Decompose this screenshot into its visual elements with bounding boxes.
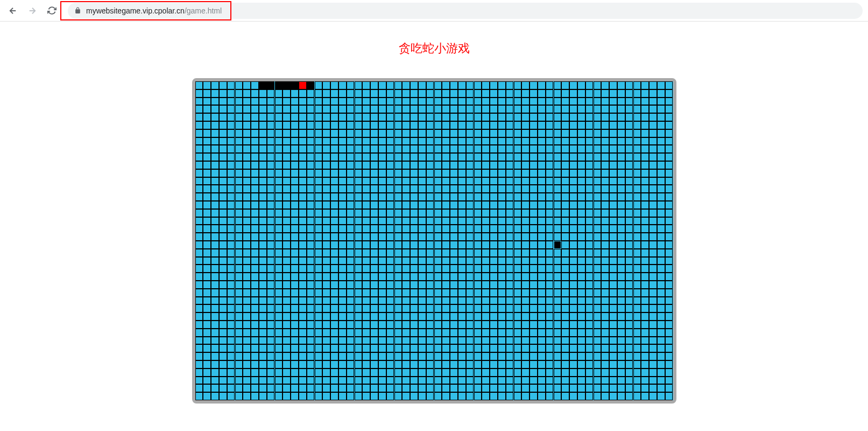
grid-cell	[506, 329, 514, 337]
grid-cell	[649, 337, 657, 345]
grid-cell	[402, 360, 410, 369]
grid-cell	[402, 273, 410, 281]
grid-cell	[227, 89, 235, 98]
grid-cell	[322, 177, 330, 185]
grid-cell	[585, 312, 594, 321]
grid-cell	[203, 185, 211, 193]
grid-cell	[594, 121, 602, 129]
grid-cell	[633, 177, 641, 185]
grid-cell	[362, 89, 370, 98]
grid-cell	[299, 289, 307, 297]
grid-cell	[259, 273, 267, 281]
grid-cell	[482, 329, 490, 337]
grid-cell	[641, 145, 649, 153]
grid-cell	[625, 329, 633, 337]
grid-cell	[490, 241, 498, 249]
grid-cell	[291, 233, 299, 241]
grid-cell	[625, 273, 633, 281]
grid-cell	[291, 377, 299, 385]
grid-cell	[235, 241, 243, 249]
grid-cell	[211, 113, 219, 121]
grid-cell	[538, 321, 546, 329]
grid-cell	[521, 312, 530, 321]
grid-cell	[338, 137, 347, 145]
grid-cell	[195, 384, 203, 392]
grid-cell	[362, 113, 370, 121]
grid-cell	[633, 129, 641, 137]
grid-cell	[386, 201, 394, 209]
forward-button[interactable]	[25, 3, 40, 18]
grid-cell	[338, 384, 347, 392]
grid-cell	[530, 201, 538, 209]
grid-cell	[458, 297, 466, 305]
address-bar[interactable]: mywebsitegame.vip.cpolar.cn/game.html	[68, 3, 863, 19]
grid-cell	[594, 344, 602, 352]
grid-cell	[362, 344, 370, 352]
grid-cell	[625, 121, 633, 129]
grid-cell	[466, 241, 474, 249]
grid-cell	[546, 113, 554, 121]
grid-cell	[386, 217, 394, 225]
grid-cell	[322, 249, 330, 257]
grid-cell	[235, 273, 243, 281]
grid-cell	[458, 312, 466, 321]
grid-cell	[530, 137, 538, 145]
grid-cell	[594, 360, 602, 369]
grid-cell	[625, 384, 633, 392]
grid-cell	[370, 297, 378, 305]
grid-cell	[227, 321, 235, 329]
grid-cell	[609, 129, 617, 137]
grid-cell	[554, 312, 562, 321]
grid-cell	[362, 177, 370, 185]
grid-cell	[506, 145, 514, 153]
back-button[interactable]	[5, 3, 20, 18]
game-board-container	[192, 78, 676, 404]
grid-cell	[617, 201, 625, 209]
grid-cell	[506, 344, 514, 352]
grid-cell	[330, 360, 338, 369]
grid-cell	[227, 281, 235, 289]
grid-cell	[633, 321, 641, 329]
grid-cell	[521, 344, 530, 352]
grid-cell	[275, 257, 283, 265]
grid-cell	[554, 185, 562, 193]
grid-cell	[625, 265, 633, 273]
grid-cell	[554, 105, 562, 113]
grid-cell	[322, 113, 330, 121]
grid-cell	[665, 297, 673, 305]
grid-cell	[466, 161, 474, 169]
grid-cell	[665, 360, 673, 369]
grid-cell	[633, 369, 641, 377]
grid-cell	[211, 265, 219, 273]
grid-cell	[490, 217, 498, 225]
grid-cell	[211, 121, 219, 129]
grid-cell	[617, 281, 625, 289]
reload-button[interactable]	[44, 3, 59, 18]
grid-cell	[355, 129, 363, 137]
grid-cell	[330, 344, 338, 352]
grid-cell	[378, 113, 386, 121]
grid-cell	[442, 137, 450, 145]
grid-cell	[243, 185, 251, 193]
grid-cell	[402, 289, 410, 297]
grid-cell	[577, 121, 585, 129]
grid-cell	[569, 153, 577, 161]
grid-cell	[498, 289, 506, 297]
grid-cell	[585, 185, 594, 193]
grid-cell	[219, 193, 227, 201]
grid-cell	[538, 312, 546, 321]
grid-cell	[243, 377, 251, 385]
grid-cell	[347, 89, 355, 98]
snake-body-segment	[259, 81, 267, 89]
grid-cell	[625, 257, 633, 265]
grid-cell	[506, 360, 514, 369]
grid-cell	[195, 369, 203, 377]
grid-cell	[283, 113, 291, 121]
grid-cell	[267, 312, 275, 321]
grid-cell	[538, 265, 546, 273]
grid-cell	[275, 113, 283, 121]
grid-cell	[307, 153, 315, 161]
grid-cell	[402, 369, 410, 377]
grid-cell	[554, 161, 562, 169]
game-board[interactable]	[195, 81, 673, 400]
